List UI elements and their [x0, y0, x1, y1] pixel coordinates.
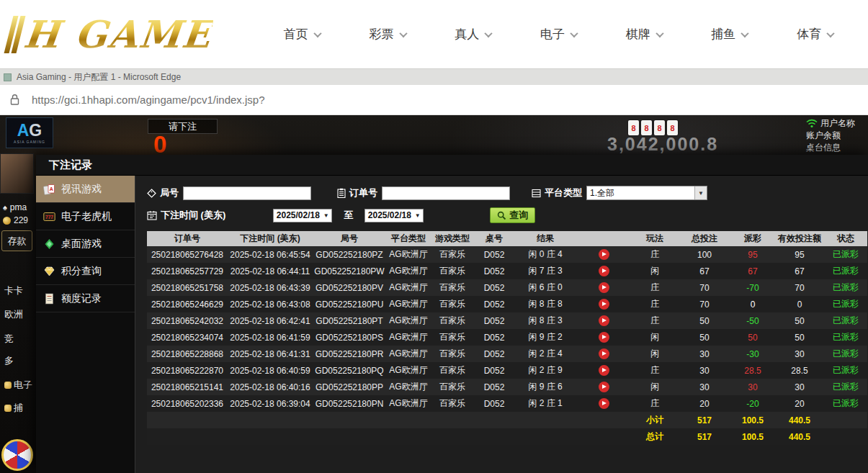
side-item[interactable]: 电子	[4, 379, 32, 392]
window-icon	[4, 73, 12, 81]
bet-row: 2502180652023362025-02-18 06:39:04GD0522…	[147, 395, 867, 412]
cell-platform: AG欧洲厅	[386, 263, 431, 279]
cell-status: 已派彩	[824, 246, 867, 263]
nav-item[interactable]: 电子	[540, 26, 577, 42]
empty-cell	[147, 428, 228, 445]
nav-item[interactable]: 彩票	[370, 26, 406, 42]
chevron-down-icon	[656, 29, 663, 37]
cell-valid: 70	[775, 279, 824, 296]
deposit-button[interactable]: 存款	[1, 230, 32, 251]
play-icon[interactable]	[599, 282, 609, 293]
cell-play: 庄	[631, 296, 679, 312]
menu-item[interactable]: 桌面游戏	[36, 230, 135, 258]
date-from-select[interactable]: 2025/02/18▼	[273, 209, 332, 222]
menu-item[interactable]: 777电子老虎机	[36, 203, 135, 230]
side-item-label: 欧洲	[4, 308, 23, 321]
cell-platform: AG欧洲厅	[386, 246, 431, 263]
browser-titlebar: Asia Gaming - 用户配置 1 - Microsoft Edge	[0, 68, 868, 85]
cell-round: GD052252180PV	[313, 279, 386, 296]
nav-item[interactable]: 捕鱼	[711, 26, 748, 42]
play-icon[interactable]	[599, 249, 609, 260]
site-logo[interactable]: H GAME	[9, 12, 225, 56]
col-header: 局号	[313, 231, 386, 246]
play-icon[interactable]	[599, 299, 609, 310]
summary-cell: 517	[679, 428, 730, 445]
replay-cell	[576, 379, 631, 395]
cell-round: GD052252180PT	[313, 312, 386, 329]
col-header: 状态	[824, 231, 867, 246]
bonus-wheel-icon[interactable]	[1, 439, 33, 471]
cell-round: GD052252180PN	[313, 395, 386, 412]
round-no-input[interactable]	[183, 186, 311, 200]
cell-result: 闲 8 庄 8	[514, 296, 576, 312]
nav-item[interactable]: 真人	[455, 26, 491, 42]
cell-valid: 30	[775, 379, 824, 395]
empty-cell	[824, 412, 867, 428]
select-arrow-icon: ▼	[694, 186, 707, 199]
side-item[interactable]: 竞	[4, 333, 14, 346]
side-item[interactable]: 卡卡	[4, 284, 23, 297]
cell-round: GD052252180PW	[313, 263, 386, 279]
subtotal-row: 小计517100.5440.5	[147, 412, 867, 428]
cell-payout: -70	[730, 279, 775, 296]
play-icon[interactable]	[599, 348, 609, 359]
col-header: 下注时间 (美东)	[228, 231, 313, 246]
bet-row: 2502180652228702025-02-18 06:40:59GD0522…	[147, 362, 867, 379]
cell-round: GD052252180PZ	[313, 246, 386, 263]
cell-valid: 50	[775, 329, 824, 346]
nav-item[interactable]: 体育	[797, 26, 833, 42]
query-button[interactable]: 查询	[490, 207, 535, 223]
cell-time: 2025-02-18 06:39:04	[228, 395, 313, 412]
menu-item[interactable]: 额度记录	[36, 285, 135, 312]
cell-table: D052	[474, 246, 514, 263]
summary-cell: 100.5	[730, 428, 775, 445]
playing-card: 8	[667, 120, 678, 135]
menu-item[interactable]: A视讯游戏	[36, 176, 135, 203]
nav-item[interactable]: 棋牌	[626, 26, 663, 42]
play-icon[interactable]	[599, 398, 609, 409]
cell-valid: 20	[775, 395, 824, 412]
cell-game: 百家乐	[431, 362, 474, 379]
cell-result: 闲 2 庄 9	[514, 362, 576, 379]
side-item[interactable]: 欧洲	[4, 308, 23, 321]
chevron-down-icon	[826, 29, 834, 37]
game-stage: AG ASIA GAMING 请下注 0 8888 3,042,000.8 用户…	[0, 115, 868, 473]
empty-cell	[431, 428, 474, 445]
col-header: 游戏类型	[431, 231, 474, 246]
modal-menu: A视讯游戏777电子老虎机桌面游戏积分查询额度记录	[36, 176, 135, 473]
play-icon[interactable]	[599, 266, 609, 276]
col-header: 平台类型	[386, 231, 431, 246]
url-text[interactable]: https://gci.1hhapi.com/agingame/pcv1/ind…	[32, 94, 265, 106]
nav-label: 首页	[284, 26, 308, 42]
left-sidebar: ♠ pma 229 存款 卡卡欧洲竞多电子捕	[0, 115, 36, 473]
play-icon[interactable]	[599, 332, 609, 343]
play-icon[interactable]	[599, 315, 609, 326]
browser-url-bar[interactable]: https://gci.1hhapi.com/agingame/pcv1/ind…	[0, 85, 868, 115]
platform-type-select[interactable]: 1.全部 ▼	[586, 186, 707, 200]
menu-item[interactable]: 积分查询	[36, 258, 135, 285]
replay-cell	[576, 312, 631, 329]
side-item[interactable]: 多	[4, 354, 14, 367]
cell-result: 闲 2 庄 4	[514, 346, 576, 362]
cell-payout: 50	[730, 329, 775, 346]
nav-item[interactable]: 首页	[284, 26, 321, 42]
order-no-input[interactable]	[382, 186, 510, 200]
menu-item-label: 桌面游戏	[61, 238, 102, 251]
side-item[interactable]: 捕	[4, 402, 23, 415]
date-to-select[interactable]: 2025/02/18▼	[364, 209, 424, 222]
cell-platform: AG欧洲厅	[386, 279, 431, 296]
lock-icon[interactable]	[9, 94, 20, 106]
cell-table: D052	[474, 312, 514, 329]
cell-total: 70	[679, 296, 730, 312]
cell-status: 已派彩	[824, 395, 867, 412]
tag-icon	[147, 189, 156, 198]
nav-label: 真人	[455, 26, 479, 42]
col-header: 结果	[514, 231, 576, 246]
cell-payout: -50	[730, 312, 775, 329]
play-icon[interactable]	[599, 382, 609, 392]
play-icon[interactable]	[599, 365, 609, 376]
cell-valid: 50	[775, 312, 824, 329]
modal-content: 局号 订单号	[135, 176, 868, 473]
replay-cell	[576, 395, 631, 412]
empty-cell	[228, 412, 313, 428]
